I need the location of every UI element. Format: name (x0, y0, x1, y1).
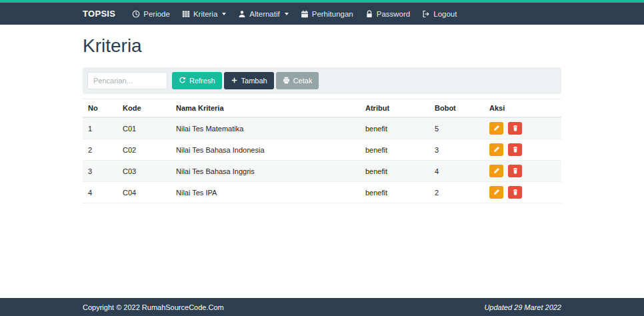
nav-item-periode[interactable]: Periode (126, 3, 176, 25)
edit-icon (493, 187, 500, 197)
refresh-button[interactable]: Refresh (172, 72, 222, 89)
col-header-atribut: Atribut (360, 99, 429, 118)
tambah-button[interactable]: Tambah (224, 72, 274, 89)
cell-aksi (484, 139, 561, 161)
nav-item-label: Logout (433, 10, 457, 18)
cell-aksi (484, 161, 561, 182)
trash-icon (512, 166, 519, 176)
cell-atribut: benefit (360, 117, 429, 139)
calendar-icon (301, 10, 309, 18)
col-header-aksi: Aksi (484, 99, 561, 118)
cell-nama: Nilai Tes Matematika (171, 117, 360, 139)
cell-kode: C03 (117, 161, 171, 182)
main-content: Kriteria Refresh Tambah Cetak No Kode (83, 35, 561, 203)
lock-icon (365, 10, 373, 18)
edit-icon (493, 145, 500, 155)
cell-atribut: benefit (360, 139, 429, 161)
cell-bobot: 2 (429, 182, 484, 203)
refresh-icon (179, 77, 186, 85)
cell-nama: Nilai Tes IPA (171, 182, 360, 203)
grid-icon (182, 10, 190, 18)
logout-icon (422, 10, 430, 18)
table-header-row: No Kode Nama Kriteria Atribut Bobot Aksi (83, 99, 561, 118)
table-row: 2 C02 Nilai Tes Bahasa Indonesia benefit… (83, 139, 561, 161)
clock-icon (132, 10, 140, 18)
cell-no: 1 (83, 117, 117, 139)
cell-bobot: 3 (429, 139, 484, 161)
edit-icon (493, 166, 500, 176)
refresh-label: Refresh (189, 77, 215, 85)
trash-icon (512, 187, 519, 197)
nav-item-label: Kriteria (193, 10, 217, 18)
nav-item-label: Perhitungan (312, 10, 353, 18)
tambah-label: Tambah (241, 77, 267, 85)
col-header-nama: Nama Kriteria (171, 99, 360, 118)
trash-icon (512, 123, 519, 133)
cell-kode: C01 (117, 117, 171, 139)
trash-icon (512, 145, 519, 155)
delete-button[interactable] (508, 165, 522, 177)
edit-icon (493, 123, 500, 133)
footer-copyright: Copyright © 2022 RumahSourceCode.Com (83, 303, 224, 311)
delete-button[interactable] (508, 122, 522, 135)
edit-button[interactable] (489, 186, 503, 199)
edit-button[interactable] (489, 122, 503, 135)
nav-item-label: Password (377, 10, 411, 18)
cell-nama: Nilai Tes Bahasa Indonesia (171, 139, 360, 161)
delete-button[interactable] (508, 186, 522, 199)
nav-item-perhitungan[interactable]: Perhitungan (295, 3, 359, 25)
plus-icon (231, 77, 238, 85)
table-row: 3 C03 Nilai Tes Bahasa Inggris benefit 4 (83, 161, 561, 182)
table-row: 1 C01 Nilai Tes Matematika benefit 5 (83, 117, 561, 139)
nav-item-alternatif[interactable]: Alternatif (232, 3, 294, 25)
nav-item-kriteria[interactable]: Kriteria (176, 3, 232, 25)
cell-nama: Nilai Tes Bahasa Inggris (171, 161, 360, 182)
edit-button[interactable] (489, 143, 503, 156)
cell-no: 3 (83, 161, 117, 182)
chevron-down-icon (222, 13, 226, 15)
nav-item-logout[interactable]: Logout (416, 3, 463, 25)
page-title: Kriteria (83, 35, 561, 57)
nav-item-label: Periode (143, 10, 170, 18)
cell-kode: C02 (117, 139, 171, 161)
cell-atribut: benefit (360, 182, 429, 203)
user-icon (238, 10, 246, 18)
cetak-label: Cetak (293, 77, 313, 85)
col-header-bobot: Bobot (429, 99, 484, 118)
edit-button[interactable] (489, 165, 503, 177)
cell-aksi (484, 117, 561, 139)
delete-button[interactable] (508, 143, 522, 156)
footer-updated: Updated 29 Maret 2022 (484, 303, 561, 311)
cell-no: 2 (83, 139, 117, 161)
cell-no: 4 (83, 182, 117, 203)
cell-aksi (484, 182, 561, 203)
cell-bobot: 4 (429, 161, 484, 182)
printer-icon (283, 77, 290, 85)
navbar: TOPSIS Periode Kriteria Alternatif Perhi… (0, 3, 644, 25)
footer: Copyright © 2022 RumahSourceCode.Com Upd… (0, 298, 644, 316)
cetak-button[interactable]: Cetak (276, 72, 319, 89)
brand-logo[interactable]: TOPSIS (83, 9, 115, 19)
cell-bobot: 5 (429, 117, 484, 139)
nav-item-label: Alternatif (249, 10, 279, 18)
col-header-no: No (83, 99, 117, 118)
chevron-down-icon (285, 13, 289, 15)
kriteria-table: No Kode Nama Kriteria Atribut Bobot Aksi… (83, 99, 561, 203)
cell-kode: C04 (117, 182, 171, 203)
cell-atribut: benefit (360, 161, 429, 182)
toolbar-panel: Refresh Tambah Cetak (83, 67, 561, 94)
col-header-kode: Kode (117, 99, 171, 118)
table-row: 4 C04 Nilai Tes IPA benefit 2 (83, 182, 561, 203)
nav-item-password[interactable]: Password (359, 3, 417, 25)
search-input[interactable] (87, 72, 167, 89)
